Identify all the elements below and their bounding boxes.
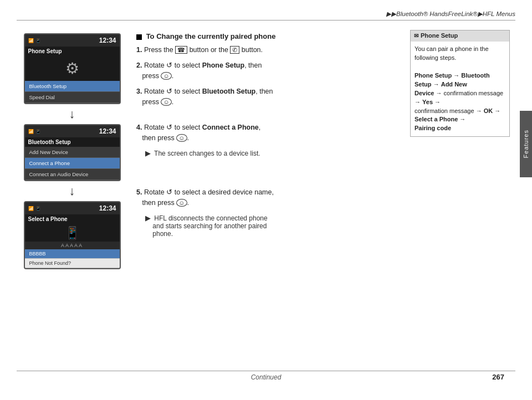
- step-3-bold: Bluetooth Setup: [202, 88, 256, 95]
- talk-button-icon: ✆: [230, 46, 239, 54]
- phone-button-icon: ☎: [175, 46, 187, 54]
- info-path-4: confirmation message: [444, 90, 504, 96]
- phone-icon3: 📱: [35, 206, 41, 211]
- step-4-note: ▶ The screen changes to a device list.: [136, 150, 396, 157]
- screen-bluetooth-setup: 📶 📱 12:34 Bluetooth Setup Add New Device…: [24, 124, 121, 181]
- screen3-title: Select a Phone: [25, 214, 120, 224]
- info-path-3b: Device: [415, 90, 434, 96]
- screen1-icons: 📶 📱: [28, 38, 41, 43]
- arrow-note-icon: ▶: [145, 150, 150, 157]
- info-path-1: Phone Setup: [415, 72, 452, 79]
- info-box-title: ✉ Phone Setup: [411, 30, 509, 42]
- screen2-item-connectphone: Connect a Phone: [25, 158, 120, 169]
- step-2-bold: Phone Setup: [202, 61, 244, 69]
- step-1-number: 1.: [136, 46, 142, 54]
- screen1-item-speeddial: Speed Dial: [25, 92, 120, 103]
- screen3-icons: 📶 📱: [28, 206, 41, 211]
- screen-phone-setup: 📶 📱 12:34 Phone Setup ⚙ Bluetooth Setup …: [24, 33, 121, 104]
- arrow-4: →: [415, 99, 422, 105]
- step-4-number: 4.: [136, 124, 142, 131]
- step-5-number: 5.: [136, 188, 142, 196]
- sidebar-tab-label: Features: [523, 130, 529, 158]
- footer-divider: [17, 371, 515, 371]
- section-title: To Change the currently paired phone: [136, 32, 396, 40]
- header-divider: [17, 20, 515, 20]
- info-box-body: You can pair a phone in the following st…: [411, 42, 509, 136]
- screen1-time: 12:34: [99, 37, 116, 44]
- info-column: ✉ Phone Setup You can pair a phone in th…: [405, 28, 510, 367]
- signal-icon3: 📶: [28, 206, 34, 211]
- black-square-icon: [136, 34, 142, 40]
- section-title-text: To Change the currently paired phone: [146, 32, 276, 40]
- screen3-item-bbbbb: BBBBB: [25, 249, 120, 259]
- rotate-icon-5: ↺: [166, 188, 172, 196]
- info-path-5: Yes: [422, 99, 433, 105]
- spacer-3: [136, 167, 396, 177]
- press-icon-3: ☺: [161, 98, 171, 106]
- info-body-line1: You can pair a phone in the following st…: [415, 45, 489, 61]
- step-5: 5. Rotate ↺ to select a desired device n…: [136, 187, 396, 208]
- screen2-item-addnew: Add New Device: [25, 147, 120, 158]
- phone-icon-small: 📱: [35, 38, 41, 43]
- arrow-2: →: [433, 81, 441, 88]
- screen3-dots: AAAAA: [25, 242, 120, 249]
- screen2-item-connectaudio: Connect an Audio Device: [25, 169, 120, 180]
- footer-continued: Continued: [0, 373, 532, 381]
- press-icon-5: ☺: [176, 199, 187, 207]
- step-2-number: 2.: [136, 61, 142, 69]
- info-path-6: confirmation message: [415, 107, 474, 114]
- signal-icon2: 📶: [28, 129, 34, 134]
- screen3-item-notfound: Phone Not Found?: [25, 259, 120, 268]
- phone-graphic: 📱: [25, 224, 120, 242]
- arrow-3: →: [436, 90, 444, 96]
- sidebar-tab: Features: [520, 111, 532, 177]
- instructions-column: To Change the currently paired phone 1. …: [127, 28, 405, 367]
- arrow-6: →: [476, 107, 484, 114]
- arrow-2-3: ↓: [69, 181, 75, 201]
- page-number: 267: [492, 373, 504, 381]
- step-5-note: ▶ HFL disconnects the connected phone an…: [136, 214, 396, 238]
- info-path-3: Add New: [441, 81, 467, 88]
- step-4: 4. Rotate ↺ to select Connect a Phone, t…: [136, 122, 396, 143]
- screen-select-phone: 📶 📱 12:34 Select a Phone 📱 AAAAA BBBBB P…: [24, 201, 121, 269]
- step-4-bold: Connect a Phone: [202, 124, 259, 131]
- screens-column: 📶 📱 12:34 Phone Setup ⚙ Bluetooth Setup …: [17, 28, 127, 367]
- info-icon: ✉: [414, 32, 418, 40]
- header-breadcrumb: ▶▶Bluetooth® HandsFreeLink®▶HFL Menus: [386, 10, 515, 18]
- info-box: ✉ Phone Setup You can pair a phone in th…: [410, 30, 510, 137]
- step-3-number: 3.: [136, 88, 142, 95]
- step-3: 3. Rotate ↺ to select Bluetooth Setup, t…: [136, 86, 396, 107]
- spacer-2: [136, 157, 396, 167]
- arrow-5: →: [434, 99, 441, 105]
- spacer-4: [136, 177, 396, 187]
- arrow-1: →: [453, 72, 461, 79]
- arrow-8: →: [459, 116, 466, 122]
- info-path-9: Pairing code: [415, 125, 451, 131]
- signal-icon: 📶: [28, 38, 34, 43]
- gear-icon: ⚙: [65, 59, 79, 78]
- step-1: 1. Press the ☎ button or the ✆ button.: [136, 45, 396, 55]
- rotate-icon-2: ↺: [166, 61, 172, 69]
- arrow-1-2: ↓: [69, 104, 75, 124]
- screen3-topbar: 📶 📱 12:34: [25, 202, 120, 214]
- press-icon-2: ☺: [161, 72, 171, 80]
- info-path-7: OK: [484, 107, 493, 114]
- info-path-8: Select a Phone: [415, 116, 458, 122]
- phone-icon2: 📱: [35, 129, 41, 134]
- rotate-icon-3: ↺: [166, 87, 172, 95]
- screen2-icons: 📶 📱: [28, 129, 41, 134]
- screen1-topbar: 📶 📱 12:34: [25, 34, 120, 47]
- screen3-time: 12:34: [99, 204, 116, 212]
- rotate-icon-4: ↺: [166, 123, 172, 131]
- arrow-7: →: [494, 107, 500, 114]
- arrow-note-icon-5: ▶: [145, 214, 150, 222]
- spacer-1: [136, 112, 396, 122]
- screen2-title: Bluetooth Setup: [25, 137, 120, 147]
- screen1-title: Phone Setup: [25, 47, 120, 56]
- info-box-title-text: Phone Setup: [421, 32, 458, 40]
- step-2: 2. Rotate ↺ to select Phone Setup, then …: [136, 60, 396, 81]
- screen2-time: 12:34: [99, 127, 116, 135]
- press-icon-4: ☺: [176, 134, 187, 142]
- screen1-item-bluetooth: Bluetooth Setup: [25, 81, 120, 92]
- main-content: 📶 📱 12:34 Phone Setup ⚙ Bluetooth Setup …: [17, 28, 510, 367]
